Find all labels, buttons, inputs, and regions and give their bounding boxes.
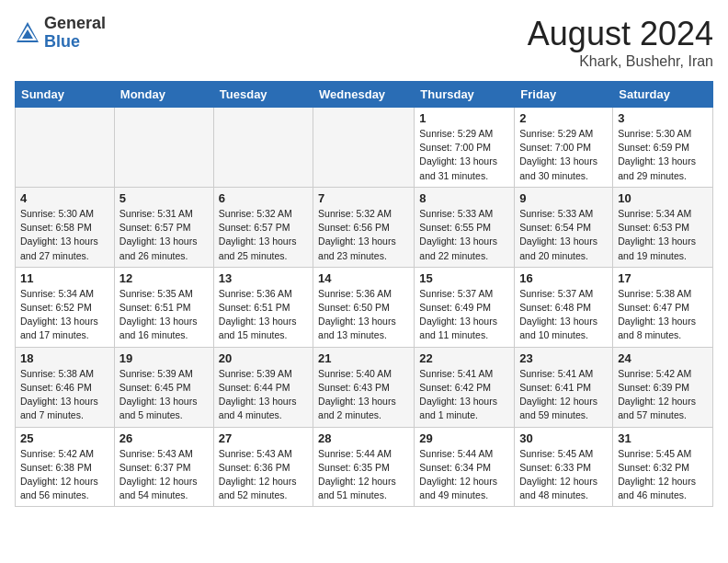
calendar-week-row: 11Sunrise: 5:34 AM Sunset: 6:52 PM Dayli… [16,267,713,347]
calendar-cell: 9Sunrise: 5:33 AM Sunset: 6:54 PM Daylig… [515,187,613,267]
month-year-title: August 2024 [528,15,713,53]
day-info: Sunrise: 5:44 AM Sunset: 6:34 PM Dayligh… [419,447,509,503]
day-number: 27 [219,431,308,445]
calendar-cell: 5Sunrise: 5:31 AM Sunset: 6:57 PM Daylig… [114,187,213,267]
calendar-cell: 2Sunrise: 5:29 AM Sunset: 7:00 PM Daylig… [515,108,613,188]
day-number: 15 [419,271,509,285]
day-number: 3 [618,111,708,125]
day-info: Sunrise: 5:34 AM Sunset: 6:52 PM Dayligh… [20,287,109,343]
calendar-week-row: 4Sunrise: 5:30 AM Sunset: 6:58 PM Daylig… [16,187,713,267]
weekday-header-wednesday: Wednesday [313,82,415,108]
day-number: 23 [519,351,608,365]
calendar-cell: 1Sunrise: 5:29 AM Sunset: 7:00 PM Daylig… [415,108,515,188]
calendar-cell: 22Sunrise: 5:41 AM Sunset: 6:42 PM Dayli… [415,347,515,427]
day-number: 24 [618,351,708,365]
day-number: 8 [419,191,509,205]
calendar-cell: 4Sunrise: 5:30 AM Sunset: 6:58 PM Daylig… [16,187,115,267]
day-number: 19 [119,351,209,365]
logo: General Blue [15,15,106,52]
day-number: 4 [20,191,109,205]
calendar-cell: 6Sunrise: 5:32 AM Sunset: 6:57 PM Daylig… [213,187,313,267]
logo-blue-text: Blue [44,32,80,51]
calendar-cell: 26Sunrise: 5:43 AM Sunset: 6:37 PM Dayli… [114,427,213,507]
day-number: 12 [119,271,209,285]
weekday-header-sunday: Sunday [16,82,115,108]
calendar-cell [213,108,313,188]
day-number: 2 [519,111,608,125]
calendar-cell: 28Sunrise: 5:44 AM Sunset: 6:35 PM Dayli… [313,427,415,507]
logo-general-text: General [44,14,106,32]
calendar-cell: 16Sunrise: 5:37 AM Sunset: 6:48 PM Dayli… [515,267,613,347]
calendar-cell [16,108,115,188]
calendar-cell [114,108,213,188]
day-number: 5 [119,191,209,205]
calendar-cell: 23Sunrise: 5:41 AM Sunset: 6:41 PM Dayli… [515,347,613,427]
day-number: 11 [20,271,109,285]
weekday-header-thursday: Thursday [415,82,515,108]
day-info: Sunrise: 5:34 AM Sunset: 6:53 PM Dayligh… [618,207,708,263]
day-info: Sunrise: 5:40 AM Sunset: 6:43 PM Dayligh… [318,367,409,423]
day-info: Sunrise: 5:38 AM Sunset: 6:47 PM Dayligh… [618,287,708,343]
day-info: Sunrise: 5:39 AM Sunset: 6:45 PM Dayligh… [119,367,209,423]
calendar-cell: 15Sunrise: 5:37 AM Sunset: 6:49 PM Dayli… [415,267,515,347]
day-number: 21 [318,351,409,365]
day-number: 20 [219,351,308,365]
day-number: 9 [519,191,608,205]
calendar-cell: 19Sunrise: 5:39 AM Sunset: 6:45 PM Dayli… [114,347,213,427]
weekday-header-monday: Monday [114,82,213,108]
day-number: 30 [519,431,608,445]
day-info: Sunrise: 5:38 AM Sunset: 6:46 PM Dayligh… [20,367,109,423]
day-info: Sunrise: 5:29 AM Sunset: 7:00 PM Dayligh… [519,127,608,183]
day-info: Sunrise: 5:36 AM Sunset: 6:50 PM Dayligh… [318,287,409,343]
day-number: 14 [318,271,409,285]
day-number: 25 [20,431,109,445]
day-number: 28 [318,431,409,445]
logo-icon [15,20,40,46]
day-number: 16 [519,271,608,285]
calendar-cell: 13Sunrise: 5:36 AM Sunset: 6:51 PM Dayli… [213,267,313,347]
day-info: Sunrise: 5:41 AM Sunset: 6:42 PM Dayligh… [419,367,509,423]
day-info: Sunrise: 5:30 AM Sunset: 6:58 PM Dayligh… [20,207,109,263]
calendar-table: SundayMondayTuesdayWednesdayThursdayFrid… [15,81,713,507]
calendar-cell: 20Sunrise: 5:39 AM Sunset: 6:44 PM Dayli… [213,347,313,427]
day-info: Sunrise: 5:32 AM Sunset: 6:56 PM Dayligh… [318,207,409,263]
calendar-cell: 18Sunrise: 5:38 AM Sunset: 6:46 PM Dayli… [16,347,115,427]
day-number: 13 [219,271,308,285]
day-info: Sunrise: 5:42 AM Sunset: 6:38 PM Dayligh… [20,447,109,503]
day-number: 10 [618,191,708,205]
day-info: Sunrise: 5:43 AM Sunset: 6:37 PM Dayligh… [119,447,209,503]
calendar-cell: 27Sunrise: 5:43 AM Sunset: 6:36 PM Dayli… [213,427,313,507]
calendar-cell: 21Sunrise: 5:40 AM Sunset: 6:43 PM Dayli… [313,347,415,427]
day-info: Sunrise: 5:36 AM Sunset: 6:51 PM Dayligh… [219,287,308,343]
weekday-header-friday: Friday [515,82,613,108]
calendar-cell: 12Sunrise: 5:35 AM Sunset: 6:51 PM Dayli… [114,267,213,347]
weekday-header-saturday: Saturday [613,82,713,108]
day-number: 26 [119,431,209,445]
day-number: 7 [318,191,409,205]
day-info: Sunrise: 5:37 AM Sunset: 6:48 PM Dayligh… [519,287,608,343]
calendar-cell: 25Sunrise: 5:42 AM Sunset: 6:38 PM Dayli… [16,427,115,507]
calendar-cell [313,108,415,188]
weekday-header-tuesday: Tuesday [213,82,313,108]
day-info: Sunrise: 5:31 AM Sunset: 6:57 PM Dayligh… [119,207,209,263]
day-info: Sunrise: 5:45 AM Sunset: 6:32 PM Dayligh… [618,447,708,503]
day-info: Sunrise: 5:30 AM Sunset: 6:59 PM Dayligh… [618,127,708,183]
location-subtitle: Khark, Bushehr, Iran [528,53,713,70]
day-number: 31 [618,431,708,445]
calendar-cell: 24Sunrise: 5:42 AM Sunset: 6:39 PM Dayli… [613,347,713,427]
calendar-week-row: 1Sunrise: 5:29 AM Sunset: 7:00 PM Daylig… [16,108,713,188]
calendar-cell: 11Sunrise: 5:34 AM Sunset: 6:52 PM Dayli… [16,267,115,347]
day-info: Sunrise: 5:43 AM Sunset: 6:36 PM Dayligh… [219,447,308,503]
calendar-cell: 30Sunrise: 5:45 AM Sunset: 6:33 PM Dayli… [515,427,613,507]
day-number: 29 [419,431,509,445]
calendar-cell: 17Sunrise: 5:38 AM Sunset: 6:47 PM Dayli… [613,267,713,347]
day-number: 17 [618,271,708,285]
day-info: Sunrise: 5:29 AM Sunset: 7:00 PM Dayligh… [419,127,509,183]
day-info: Sunrise: 5:41 AM Sunset: 6:41 PM Dayligh… [519,367,608,423]
day-info: Sunrise: 5:35 AM Sunset: 6:51 PM Dayligh… [119,287,209,343]
title-block: August 2024 Khark, Bushehr, Iran [528,15,713,70]
day-info: Sunrise: 5:45 AM Sunset: 6:33 PM Dayligh… [519,447,608,503]
day-info: Sunrise: 5:42 AM Sunset: 6:39 PM Dayligh… [618,367,708,423]
day-number: 22 [419,351,509,365]
day-info: Sunrise: 5:37 AM Sunset: 6:49 PM Dayligh… [419,287,509,343]
